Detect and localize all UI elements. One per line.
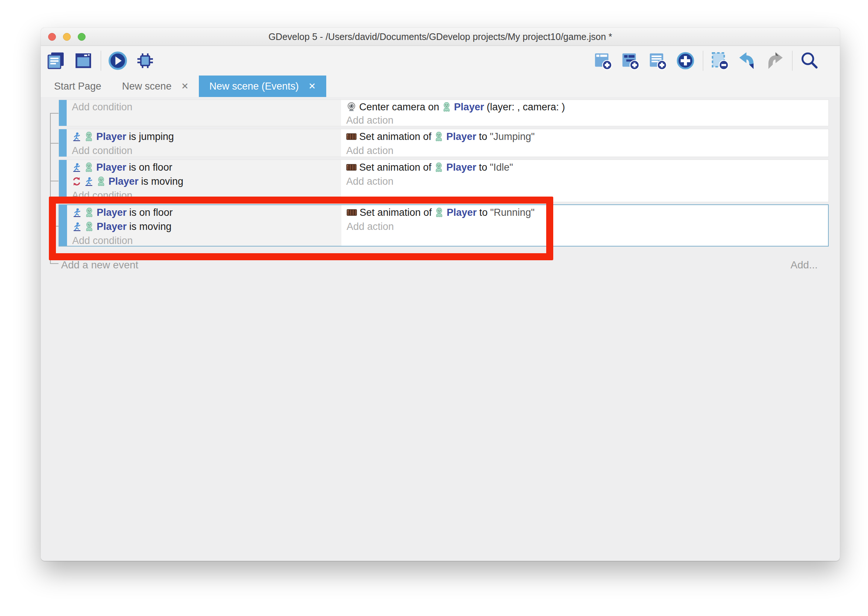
add-new-event-button[interactable]: Add a new event bbox=[61, 258, 138, 272]
action-value: "Idle" bbox=[490, 162, 513, 173]
condition-text: is moving bbox=[129, 221, 171, 233]
condition-line[interactable]: Player is on floor bbox=[72, 206, 336, 220]
condition-text: is moving bbox=[141, 176, 183, 187]
gdevelop-window: GDevelop 5 - /Users/david/Documents/GDev… bbox=[41, 28, 840, 561]
add-action-button[interactable]: Add action bbox=[347, 220, 823, 234]
platformer-jump-icon bbox=[84, 177, 94, 186]
object-name: Player bbox=[97, 207, 127, 218]
platformer-jump-icon bbox=[72, 132, 82, 141]
animation-icon bbox=[346, 132, 357, 141]
conditions-cell[interactable]: Player is jumping Add condition bbox=[67, 129, 341, 157]
redo-button[interactable] bbox=[764, 50, 785, 71]
actions-cell[interactable]: Set animation of Player to "Jumping" Add… bbox=[341, 129, 829, 157]
add-comment-button[interactable] bbox=[647, 50, 669, 71]
condition-text: is jumping bbox=[129, 131, 174, 143]
condition-text: is on floor bbox=[129, 207, 173, 218]
play-icon bbox=[107, 50, 128, 71]
tab-start-page[interactable]: Start Page bbox=[44, 75, 112, 97]
action-text: to bbox=[479, 131, 487, 143]
action-line[interactable]: Center camera on Player (layer: , camera… bbox=[346, 100, 823, 114]
add-icon bbox=[675, 50, 696, 71]
add-event-icon bbox=[593, 50, 613, 71]
action-line[interactable]: Set animation of Player to "Running" bbox=[347, 206, 823, 220]
event-row-selected[interactable]: Player is on floor Player is moving Add … bbox=[58, 204, 829, 247]
tab-new-scene[interactable]: New scene ✕ bbox=[112, 75, 199, 97]
tab-label: New scene bbox=[122, 81, 172, 92]
condition-line[interactable]: Player is on floor bbox=[72, 160, 336, 174]
add-button[interactable] bbox=[675, 50, 696, 71]
actions-cell[interactable]: Set animation of Player to "Running" Add… bbox=[341, 205, 828, 246]
tab-label: Start Page bbox=[54, 81, 101, 92]
add-condition-button[interactable]: Add condition bbox=[72, 189, 336, 202]
add-condition-button[interactable]: Add condition bbox=[72, 100, 336, 114]
object-name: Player bbox=[96, 162, 126, 173]
event-row[interactable]: Player is on floor Player is moving Add … bbox=[58, 160, 829, 202]
search-icon bbox=[799, 50, 819, 71]
platformer-jump-icon bbox=[72, 208, 82, 217]
player-object-icon bbox=[85, 222, 94, 231]
event-row[interactable]: Add condition Center camera on Player (l… bbox=[58, 100, 829, 126]
undo-button[interactable] bbox=[736, 50, 758, 71]
condition-line[interactable]: Player is jumping bbox=[72, 130, 336, 144]
actions-cell[interactable]: Center camera on Player (layer: , camera… bbox=[341, 100, 829, 126]
player-object-icon bbox=[85, 208, 94, 217]
action-value: "Running" bbox=[490, 207, 535, 218]
add-action-button[interactable]: Add action bbox=[346, 174, 823, 189]
add-comment-icon bbox=[648, 50, 668, 71]
object-name: Player bbox=[96, 131, 126, 143]
tree-connector bbox=[50, 113, 58, 114]
condition-line[interactable]: Player is moving bbox=[72, 220, 336, 234]
close-tab-icon[interactable]: ✕ bbox=[308, 81, 316, 91]
condition-line[interactable]: Player is moving bbox=[72, 174, 336, 189]
conditions-cell[interactable]: Player is on floor Player is moving Add … bbox=[67, 205, 341, 246]
debug-icon bbox=[135, 50, 156, 71]
tab-new-scene-events[interactable]: New scene (Events) ✕ bbox=[199, 75, 326, 97]
close-tab-icon[interactable]: ✕ bbox=[181, 81, 189, 91]
add-action-button[interactable]: Add action bbox=[346, 114, 823, 126]
actions-cell[interactable]: Set animation of Player to "Idle" Add ac… bbox=[341, 160, 829, 202]
object-name: Player bbox=[108, 176, 138, 187]
search-button[interactable] bbox=[798, 50, 820, 71]
conditions-cell[interactable]: Add condition bbox=[67, 100, 341, 126]
event-indent-bar bbox=[59, 100, 67, 126]
object-name: Player bbox=[447, 207, 476, 218]
toolbar-separator bbox=[792, 51, 793, 71]
conditions-cell[interactable]: Player is on floor Player is moving Add … bbox=[67, 160, 341, 202]
action-text: Set animation of bbox=[360, 207, 432, 218]
scene-editor-button[interactable] bbox=[72, 50, 94, 71]
toolbar-separator bbox=[703, 51, 703, 71]
add-action-button[interactable]: Add action bbox=[346, 144, 823, 157]
play-button[interactable] bbox=[107, 50, 129, 71]
add-subevent-icon bbox=[620, 50, 641, 71]
condition-text: is on floor bbox=[129, 162, 172, 173]
player-object-icon bbox=[96, 177, 106, 186]
invert-condition-icon bbox=[72, 177, 82, 186]
add-condition-button[interactable]: Add condition bbox=[72, 234, 336, 246]
player-object-icon bbox=[84, 132, 94, 141]
object-name: Player bbox=[97, 221, 127, 233]
add-subevent-button[interactable] bbox=[620, 50, 642, 71]
event-indent-bar bbox=[59, 160, 67, 202]
tree-connector bbox=[50, 143, 58, 144]
action-text: to bbox=[479, 162, 487, 173]
action-value: "Jumping" bbox=[490, 131, 535, 143]
add-condition-button[interactable]: Add condition bbox=[72, 144, 336, 157]
event-indent-bar bbox=[59, 205, 67, 246]
platformer-jump-icon bbox=[72, 222, 82, 231]
camera-icon bbox=[346, 102, 357, 112]
tree-elbow bbox=[50, 254, 58, 264]
event-row[interactable]: Player is jumping Add condition Set anim… bbox=[58, 129, 829, 157]
tab-label: New scene (Events) bbox=[209, 81, 299, 92]
tree-rail bbox=[50, 113, 51, 264]
debug-button[interactable] bbox=[134, 50, 156, 71]
action-text: Set animation of bbox=[359, 131, 431, 143]
tab-bar: Start Page New scene ✕ New scene (Events… bbox=[41, 75, 840, 97]
add-event-button[interactable] bbox=[593, 50, 614, 71]
add-more-button[interactable]: Add... bbox=[791, 258, 818, 272]
project-manager-button[interactable] bbox=[45, 50, 67, 71]
action-line[interactable]: Set animation of Player to "Jumping" bbox=[346, 130, 823, 144]
platformer-jump-icon bbox=[72, 162, 82, 172]
remove-event-button[interactable] bbox=[709, 50, 731, 71]
player-object-icon bbox=[434, 132, 443, 141]
action-line[interactable]: Set animation of Player to "Idle" bbox=[346, 160, 823, 174]
